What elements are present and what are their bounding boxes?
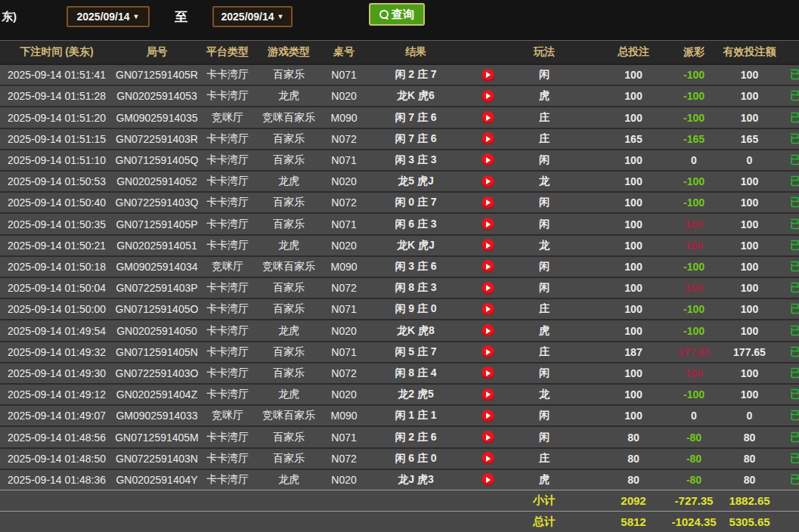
cell-valid-bet: 80 (713, 427, 786, 447)
replay-button[interactable] (482, 90, 494, 103)
play-icon (486, 435, 491, 441)
replay-button[interactable] (482, 196, 494, 209)
play-icon (486, 221, 491, 227)
query-button[interactable]: 查询 (369, 3, 425, 26)
table-row: 2025-09-14 01:51:10 GN0712591405Q 卡卡湾厅 百… (0, 149, 799, 170)
cell-result: 闲 7 庄 6 (365, 129, 466, 149)
replay-button[interactable] (482, 260, 494, 273)
replay-button[interactable] (482, 239, 494, 252)
cell-game-type: 百家乐 (255, 363, 323, 383)
cell-payout: -100 (675, 86, 713, 106)
cell-platform: 卡卡湾厅 (200, 342, 255, 362)
cell-game-type: 百家乐 (255, 129, 323, 149)
subtotal-label: 小计 (509, 490, 580, 511)
cell-valid-bet: 100 (713, 193, 786, 212)
table-row: 2025-09-14 01:50:21 GN02025914051 卡卡湾厅 龙… (0, 234, 799, 255)
cell-valid-bet: 80 (713, 449, 786, 469)
cell-bet-on: 庄 (509, 129, 580, 149)
cell-game-type: 竞咪百家乐 (255, 257, 323, 277)
cell-round-id: GN0712591405Q (113, 150, 200, 170)
table-row: 2025-09-14 01:50:04 GN0722591403P 卡卡湾厅 百… (0, 277, 799, 298)
replay-button[interactable] (482, 69, 494, 82)
play-icon (486, 413, 491, 419)
replay-button[interactable] (482, 473, 494, 486)
replay-button[interactable] (482, 388, 494, 401)
cell-round-id: GM09025914035 (113, 107, 200, 127)
cell-round-id: GN0202591404Z (113, 385, 200, 404)
cell-round-id: GN0712591405O (113, 299, 200, 319)
cell-total-bet: 100 (580, 193, 675, 212)
replay-button[interactable] (482, 218, 494, 230)
cell-bet-on: 庄 (509, 299, 580, 319)
cell-round-id: GN0722591403R (113, 129, 200, 149)
cell-bet-time: 2025-09-14 01:51:15 (0, 129, 113, 149)
cell-result: 闲 6 庄 3 (365, 214, 466, 234)
cell-game-type: 百家乐 (255, 299, 323, 319)
table-row: 2025-09-14 01:49:54 GN02025914050 卡卡湾厅 龙… (0, 319, 799, 340)
cell-valid-bet: 100 (713, 86, 786, 106)
cell-bet-on: 庄 (509, 449, 580, 469)
play-icon (486, 200, 491, 206)
cell-valid-bet: 100 (713, 299, 786, 319)
cell-payout: -100 (675, 193, 713, 212)
cell-payout: -100 (675, 107, 713, 127)
cell-bet-on: 龙 (509, 385, 580, 404)
cell-round-id: GN0202591404Y (113, 470, 200, 490)
cell-status: 已 (786, 427, 799, 447)
cell-bet-on: 闲 (509, 363, 580, 383)
replay-button[interactable] (482, 431, 494, 444)
cell-table-no: N071 (323, 342, 365, 362)
cell-platform: 卡卡湾厅 (200, 172, 255, 191)
cell-table-no: N071 (323, 427, 365, 447)
cell-bet-time: 2025-09-14 01:49:12 (0, 385, 113, 404)
cell-bet-on: 闲 (509, 427, 580, 447)
replay-button[interactable] (482, 410, 494, 422)
play-icon (486, 349, 491, 355)
cell-bet-time: 2025-09-14 01:50:04 (0, 278, 113, 298)
cell-total-bet: 187 (580, 342, 675, 362)
cell-bet-on: 虎 (509, 470, 580, 490)
table-row: 2025-09-14 01:48:36 GN0202591404Y 卡卡湾厅 龙… (0, 469, 799, 490)
cell-bet-time: 2025-09-14 01:50:21 (0, 236, 113, 255)
cell-bet-time: 2025-09-14 01:50:18 (0, 257, 113, 277)
replay-button[interactable] (482, 367, 494, 379)
date-to-picker[interactable]: 2025/09/14 ▼ (212, 6, 293, 27)
replay-button[interactable] (482, 303, 494, 316)
cell-payout: -80 (675, 470, 713, 490)
table-row: 2025-09-14 01:51:41 GN0712591405R 卡卡湾厅 百… (0, 65, 799, 85)
cell-payout: 100 (675, 363, 713, 383)
date-from-picker[interactable]: 2025/09/14 ▼ (67, 6, 150, 27)
table-row: 2025-09-14 01:50:18 GM09025914034 竞咪厅 竞咪… (0, 255, 799, 277)
cell-bet-on: 龙 (509, 172, 580, 191)
replay-button[interactable] (482, 111, 494, 124)
cell-payout: -100 (675, 65, 713, 85)
replay-button[interactable] (482, 345, 494, 358)
cell-table-no: N072 (323, 193, 365, 212)
header-result: 结果 (365, 41, 466, 63)
cell-payout: -100 (675, 299, 713, 319)
cell-total-bet: 100 (580, 65, 675, 85)
cell-platform: 竞咪厅 (200, 406, 255, 425)
cell-platform: 卡卡湾厅 (200, 86, 255, 106)
cell-result: 闲 8 庄 4 (365, 363, 466, 383)
replay-button[interactable] (482, 324, 494, 337)
replay-button[interactable] (482, 452, 494, 465)
replay-button[interactable] (482, 175, 494, 188)
table-row: 2025-09-14 01:49:12 GN0202591404Z 卡卡湾厅 龙… (0, 383, 799, 404)
cell-valid-bet: 0 (713, 406, 786, 425)
cell-platform: 卡卡湾厅 (200, 129, 255, 149)
cell-valid-bet: 0 (713, 150, 786, 170)
cell-platform: 卡卡湾厅 (200, 193, 255, 212)
replay-button[interactable] (482, 282, 494, 295)
table-row: 2025-09-14 01:51:15 GN0722591403R 卡卡湾厅 百… (0, 128, 799, 149)
cell-round-id: GN0712591405N (113, 342, 200, 362)
table-row: 2025-09-14 01:49:32 GN0712591405N 卡卡湾厅 百… (0, 341, 799, 362)
truncated-timezone-label: 东) (2, 10, 17, 24)
replay-button[interactable] (482, 132, 494, 145)
grand-total-total-bet: 5812 (580, 512, 675, 532)
table-row: 2025-09-14 01:51:28 GN02025914053 卡卡湾厅 龙… (0, 85, 799, 106)
date-from-value: 2025/09/14 (77, 11, 130, 23)
cell-total-bet: 100 (580, 385, 675, 404)
replay-button[interactable] (482, 153, 494, 166)
cell-status: 已 (786, 236, 799, 255)
